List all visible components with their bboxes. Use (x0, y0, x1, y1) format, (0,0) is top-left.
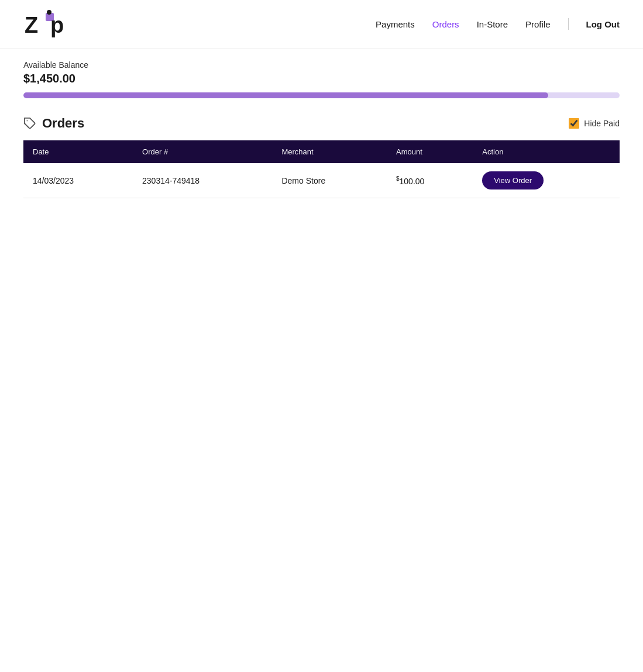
view-order-button[interactable]: View Order (482, 171, 544, 189)
cell-amount: $100.00 (387, 163, 473, 198)
col-amount: Amount (387, 140, 473, 163)
col-action: Action (473, 140, 620, 163)
hide-paid-checkbox[interactable] (569, 118, 579, 129)
amount-main: 100 (400, 176, 413, 185)
nav-orders[interactable]: Orders (432, 19, 459, 29)
col-order-number: Order # (133, 140, 272, 163)
orders-title-group: Orders (23, 116, 84, 131)
table-head: Date Order # Merchant Amount Action (23, 140, 620, 163)
cell-date: 14/03/2023 (23, 163, 133, 198)
table-row: 14/03/2023 230314-749418 Demo Store $100… (23, 163, 620, 198)
svg-text:p: p (50, 13, 64, 37)
cell-action: View Order (473, 163, 620, 198)
tag-icon (23, 117, 36, 130)
svg-text:Z: Z (25, 13, 38, 37)
orders-section: Orders Hide Paid Date Order # Merchant A… (0, 98, 643, 198)
cell-order-number: 230314-749418 (133, 163, 272, 198)
nav-payments[interactable]: Payments (376, 19, 415, 29)
balance-amount: $1,450.00 (23, 72, 620, 85)
orders-header: Orders Hide Paid (23, 116, 620, 131)
balance-section: Available Balance $1,450.00 (0, 49, 643, 98)
amount-decimal: .00 (413, 176, 424, 185)
hide-paid-group: Hide Paid (569, 118, 620, 129)
nav-logout[interactable]: Log Out (586, 19, 620, 29)
svg-point-3 (47, 10, 51, 15)
logo: Z p (23, 9, 76, 39)
balance-bar-fill (23, 92, 548, 98)
table-body: 14/03/2023 230314-749418 Demo Store $100… (23, 163, 620, 198)
nav-divider (568, 18, 569, 30)
orders-table: Date Order # Merchant Amount Action 14/0… (23, 140, 620, 198)
nav-instore[interactable]: In-Store (477, 19, 508, 29)
orders-title: Orders (42, 116, 84, 131)
col-merchant: Merchant (272, 140, 387, 163)
cell-merchant: Demo Store (272, 163, 387, 198)
table-header-row: Date Order # Merchant Amount Action (23, 140, 620, 163)
balance-label: Available Balance (23, 60, 620, 70)
balance-bar-container (23, 92, 620, 98)
hide-paid-label: Hide Paid (584, 119, 620, 128)
nav-profile[interactable]: Profile (525, 19, 551, 29)
header: Z p Payments Orders In-Store Profile Log… (0, 0, 643, 49)
main-nav: Payments Orders In-Store Profile Log Out (376, 18, 620, 30)
col-date: Date (23, 140, 133, 163)
